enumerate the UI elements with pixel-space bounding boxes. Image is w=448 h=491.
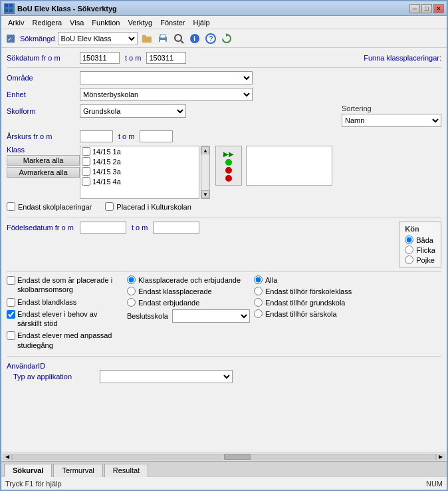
svg-text:?: ? [209, 35, 213, 43]
menu-funktion[interactable]: Funktion [88, 17, 124, 28]
omrade-row: Område [7, 71, 441, 84]
klass-checkbox-4[interactable] [82, 177, 90, 186]
menu-verktyg[interactable]: Verktyg [124, 17, 157, 28]
tabs-bar: Sökurval Termurval Resultat [1, 461, 447, 476]
klass-label: Klass [7, 146, 80, 154]
sortering-section: Sortering Namn [342, 104, 441, 127]
sarskola-radio[interactable] [254, 309, 263, 318]
sarskola-label: Endast tillhör särskola [265, 310, 337, 318]
scroll-right-btn[interactable]: ▶ [436, 454, 445, 460]
chk1-row: Endast de som är placerade i skolbarnsom… [7, 275, 123, 295]
skolform-row: Skolform Grundskola [7, 104, 335, 118]
chk4-checkbox[interactable] [7, 331, 15, 340]
app-icon [4, 3, 15, 14]
menu-arkiv[interactable]: Arkiv [4, 17, 28, 28]
chk3-checkbox[interactable] [7, 310, 15, 319]
klass-buttons: Markera alla Avmarkera alla [7, 155, 80, 178]
forskoleklass-radio[interactable] [254, 287, 263, 295]
placerad-kulturskolan-checkbox[interactable] [105, 202, 114, 211]
klass-scrollbar[interactable]: ▲ ▼ [201, 146, 210, 199]
sokmangd-select[interactable]: BoU Elev Klass [58, 32, 138, 45]
toolbar-print-icon[interactable] [156, 32, 169, 45]
klass-item-3: 14/15 3a [80, 166, 199, 176]
horizontal-scrollbar[interactable]: ◀ ▶ [1, 452, 447, 461]
kon-bada-label: Båda [416, 236, 433, 244]
klassplacering-och-erbjudande-radio[interactable] [127, 275, 136, 284]
scroll-down-arrow[interactable]: ▼ [201, 190, 209, 198]
skolform-select[interactable]: Grundskola [80, 104, 186, 118]
omrade-select[interactable] [80, 71, 253, 84]
enhet-label: Enhet [7, 90, 80, 98]
toolbar-open-icon[interactable] [140, 32, 154, 45]
minimize-button[interactable]: ─ [409, 4, 420, 13]
anvandarid-label: AnvändarID [7, 362, 80, 370]
scroll-left-btn[interactable]: ◀ [3, 454, 12, 460]
toolbar-search-icon[interactable] [172, 32, 185, 45]
klassplacerade-radio[interactable] [127, 287, 136, 295]
alla-radio[interactable] [254, 275, 263, 284]
toolbar-refresh-icon[interactable] [220, 32, 233, 45]
erbjudande-radio[interactable] [127, 298, 136, 307]
menu-hjalp[interactable]: Hjälp [189, 17, 213, 28]
tab-sokurval[interactable]: Sökurval [4, 464, 52, 477]
scroll-track[interactable] [12, 454, 436, 460]
scroll-up-arrow[interactable]: ▲ [201, 146, 209, 154]
window-controls: ─ □ ✕ [409, 4, 444, 13]
kon-flicka-radio[interactable] [405, 246, 413, 254]
arskurs-label: Årskurs fr o m [7, 132, 80, 140]
erbjudande-row: Endast erbjudande [127, 298, 250, 307]
sokdatum-to-input[interactable] [146, 52, 186, 64]
markera-alla-button[interactable]: Markera alla [7, 155, 80, 166]
scroll-thumb[interactable] [224, 454, 251, 460]
klass-item-1: 14/15 1a [80, 146, 199, 156]
menu-visa[interactable]: Visa [66, 17, 88, 28]
fodelsedatum-to-input[interactable] [153, 222, 199, 234]
tab-resultat[interactable]: Resultat [104, 464, 148, 477]
typ-applikation-label: Typ av applikation [13, 373, 100, 381]
menubar: Arkiv Redigera Visa Funktion Verktyg Fön… [1, 16, 447, 29]
chk2-checkbox[interactable] [7, 298, 15, 307]
close-button[interactable]: ✕ [433, 4, 444, 13]
toolbar-help-icon[interactable]: ? [204, 32, 217, 45]
klass-checkbox-1[interactable] [82, 147, 90, 156]
anvandarid-row: AnvändarID [7, 362, 441, 370]
maximize-button[interactable]: □ [421, 4, 432, 13]
funna-link[interactable]: Funna klassplaceringar: [364, 54, 441, 62]
tl-red-circle-1 [225, 167, 232, 174]
arskurs-to-input[interactable] [140, 130, 173, 142]
toolbar-info-icon[interactable]: i [188, 32, 201, 45]
klassplacerade-label: Endast klassplacerade [138, 287, 212, 295]
menu-fonster[interactable]: Fönster [156, 17, 189, 28]
klass-checkbox-2[interactable] [82, 157, 90, 166]
fodelsedatum-from-input[interactable] [80, 222, 126, 234]
endast-skolplaceringar-checkbox[interactable] [7, 202, 15, 211]
svg-text:✓: ✓ [7, 36, 13, 43]
left-checkboxes: Endast de som är placerade i skolbarnsom… [7, 275, 123, 353]
toolbar-icon-check[interactable]: ✓ [4, 32, 17, 45]
omrade-label: Område [7, 74, 80, 82]
preview-box [246, 146, 332, 186]
middle-radios: Klassplacerade och erbjudande Endast kla… [127, 275, 250, 353]
klassplacering-och-erbjudande-row: Klassplacerade och erbjudande [127, 275, 250, 284]
enhet-select[interactable]: Mönsterbyskolan [80, 88, 253, 101]
svg-rect-9 [160, 35, 166, 38]
klass-checkbox-3[interactable] [82, 167, 90, 176]
chk1-checkbox[interactable] [7, 276, 15, 285]
sokdatum-from-input[interactable] [80, 52, 120, 64]
tab-termurval[interactable]: Termurval [53, 464, 102, 477]
avmarkera-alla-button[interactable]: Avmarkera alla [7, 167, 80, 178]
typ-applikation-select[interactable] [100, 370, 233, 383]
kon-bada-radio[interactable] [405, 236, 413, 244]
kon-pojke-radio[interactable] [405, 255, 413, 264]
placerad-kulturskolan-label: Placerad i Kulturskolan [116, 203, 191, 211]
sarskola-row: Endast tillhör särskola [254, 309, 441, 318]
typ-applikation-row: Typ av applikation [7, 370, 441, 383]
klass-listbox[interactable]: 14/15 1a 14/15 2a 14/15 3a 14/15 4a [80, 146, 199, 199]
menu-redigera[interactable]: Redigera [28, 17, 66, 28]
main-window: BoU Elev Klass - Sökverktyg ─ □ ✕ Arkiv … [0, 0, 448, 491]
beslutsskola-select[interactable] [172, 309, 250, 323]
grundskola-radio[interactable] [254, 298, 263, 307]
kon-label: Kön [405, 225, 435, 233]
sortering-select[interactable]: Namn [342, 114, 441, 127]
arskurs-from-input[interactable] [80, 130, 113, 142]
